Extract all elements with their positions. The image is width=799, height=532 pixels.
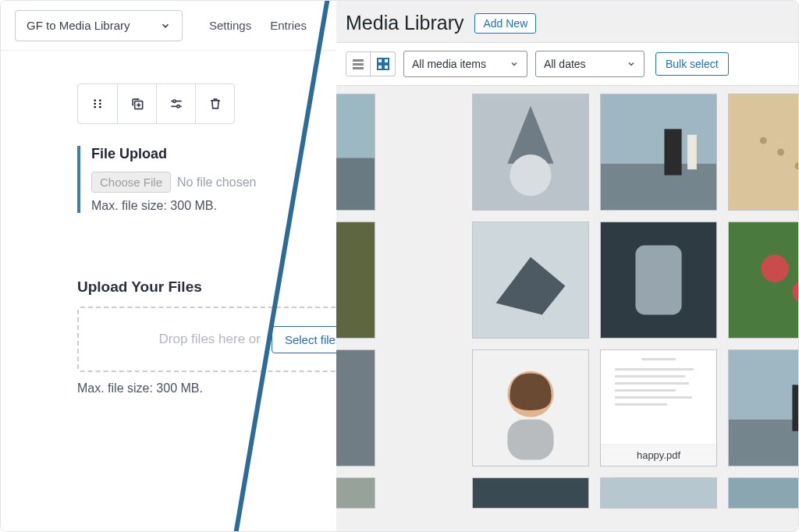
svg-point-32 xyxy=(777,149,784,156)
form-editor-header: GF to Media Library Settings Entries xyxy=(1,1,336,51)
grid-view-button[interactable] xyxy=(371,51,396,76)
svg-point-4 xyxy=(94,106,96,108)
svg-rect-49 xyxy=(729,420,798,466)
svg-rect-13 xyxy=(353,59,364,62)
drag-handle-button[interactable] xyxy=(78,84,117,123)
media-thumb-document[interactable]: happy.pdf xyxy=(600,349,717,466)
svg-rect-50 xyxy=(792,385,798,431)
svg-rect-48 xyxy=(729,350,798,420)
media-image-icon xyxy=(601,94,716,210)
media-image-icon xyxy=(473,94,588,210)
dropzone-text: Drop files here or xyxy=(159,332,261,347)
svg-point-42 xyxy=(761,254,789,282)
svg-point-12 xyxy=(176,105,179,108)
form-nav: Settings Entries xyxy=(209,19,307,32)
media-filter-bar: All media items All dates Bulk select xyxy=(336,42,798,86)
media-thumb[interactable] xyxy=(600,94,717,211)
media-image-icon xyxy=(473,350,588,466)
media-thumb[interactable] xyxy=(600,222,717,339)
media-thumb[interactable] xyxy=(472,222,589,339)
media-thumb[interactable] xyxy=(336,477,375,509)
trash-icon xyxy=(208,96,223,112)
no-file-label: No file chosen xyxy=(177,176,256,190)
svg-rect-27 xyxy=(601,164,716,210)
svg-point-5 xyxy=(99,106,101,108)
media-thumb[interactable] xyxy=(472,94,589,211)
media-thumb[interactable] xyxy=(472,477,589,509)
media-image-icon xyxy=(473,478,588,508)
media-header: Media Library Add New xyxy=(336,1,798,42)
svg-point-3 xyxy=(99,103,101,105)
form-selector-label: GF to Media Library xyxy=(27,19,130,32)
page-title: Media Library xyxy=(346,12,463,34)
bulk-select-button[interactable]: Bulk select xyxy=(655,52,729,76)
media-image-icon xyxy=(336,94,375,210)
chevron-down-icon xyxy=(510,59,519,69)
svg-rect-20 xyxy=(336,94,375,158)
media-type-filter-label: All media items xyxy=(412,58,486,70)
svg-point-0 xyxy=(94,100,96,101)
svg-rect-54 xyxy=(729,478,798,508)
document-preview xyxy=(601,350,716,444)
media-thumb[interactable] xyxy=(728,222,798,339)
svg-rect-41 xyxy=(729,222,798,338)
svg-rect-28 xyxy=(664,129,681,175)
media-image-icon xyxy=(729,350,798,466)
form-selector-dropdown[interactable]: GF to Media Library xyxy=(15,10,183,41)
duplicate-button[interactable] xyxy=(117,84,156,123)
svg-rect-16 xyxy=(378,59,382,63)
nav-settings[interactable]: Settings xyxy=(209,19,251,32)
add-new-button[interactable]: Add New xyxy=(474,13,536,34)
svg-rect-40 xyxy=(635,246,681,315)
media-image-icon xyxy=(336,350,375,466)
media-thumb[interactable] xyxy=(728,349,798,466)
media-thumb[interactable] xyxy=(472,349,589,466)
svg-rect-47 xyxy=(507,420,553,460)
grid-view-icon xyxy=(376,57,390,71)
sliders-icon xyxy=(169,96,184,112)
media-thumb[interactable] xyxy=(728,477,798,509)
svg-point-25 xyxy=(510,154,551,196)
media-thumb[interactable] xyxy=(336,94,375,211)
svg-rect-52 xyxy=(473,478,588,508)
svg-rect-18 xyxy=(378,65,382,69)
media-thumb[interactable] xyxy=(728,94,798,211)
svg-rect-53 xyxy=(601,478,716,508)
media-grid: happy.pdf xyxy=(336,86,798,509)
media-thumb[interactable] xyxy=(336,349,375,466)
svg-point-1 xyxy=(99,100,101,101)
drag-handle-icon xyxy=(90,96,105,112)
date-filter-label: All dates xyxy=(544,58,586,70)
media-image-icon xyxy=(729,94,798,210)
svg-rect-26 xyxy=(601,94,716,164)
media-image-icon xyxy=(473,222,588,338)
media-type-filter[interactable]: All media items xyxy=(403,51,527,77)
media-image-icon xyxy=(729,478,798,508)
choose-file-button[interactable]: Choose File xyxy=(91,172,171,193)
svg-rect-21 xyxy=(336,158,375,210)
svg-rect-15 xyxy=(353,67,364,69)
media-thumb[interactable] xyxy=(336,222,375,339)
svg-rect-29 xyxy=(687,135,697,169)
nav-entries[interactable]: Entries xyxy=(270,19,307,32)
field-toolbar xyxy=(77,83,235,124)
settings-button[interactable] xyxy=(156,84,195,123)
media-thumb[interactable] xyxy=(600,477,717,509)
media-image-icon xyxy=(336,478,375,508)
svg-rect-35 xyxy=(336,222,375,338)
chevron-down-icon xyxy=(627,59,636,69)
delete-button[interactable] xyxy=(195,84,234,123)
field-title: File Upload xyxy=(91,146,336,162)
date-filter[interactable]: All dates xyxy=(535,51,645,77)
media-image-icon xyxy=(336,222,375,338)
document-filename: happy.pdf xyxy=(601,444,716,466)
svg-rect-14 xyxy=(353,63,364,66)
list-view-button[interactable] xyxy=(346,51,371,76)
svg-rect-30 xyxy=(729,94,798,210)
duplicate-icon xyxy=(130,96,145,112)
svg-point-10 xyxy=(172,100,175,102)
media-image-icon xyxy=(729,222,798,338)
svg-rect-44 xyxy=(336,350,375,466)
media-image-icon xyxy=(601,478,716,508)
list-view-icon xyxy=(351,57,365,71)
